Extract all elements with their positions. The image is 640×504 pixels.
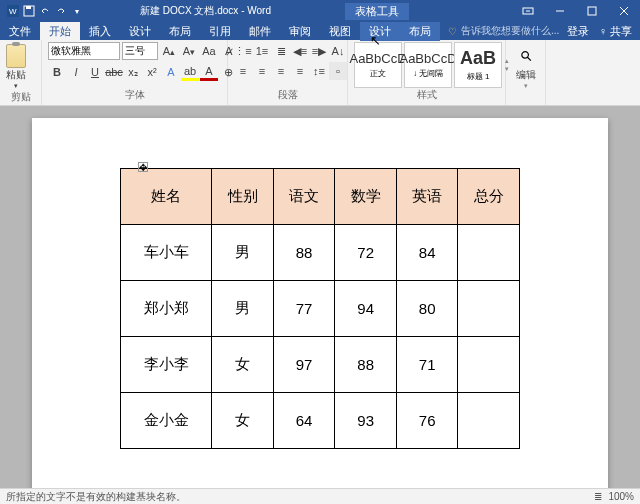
undo-icon[interactable] xyxy=(38,4,52,18)
table-header[interactable]: 数学 xyxy=(335,169,397,225)
text-effects-icon[interactable]: A xyxy=(162,63,180,81)
title-bar: W ▾ 新建 DOCX 文档.docx - Word 表格工具 xyxy=(0,0,640,22)
table-cell[interactable] xyxy=(458,281,520,337)
table-cell[interactable]: 88 xyxy=(335,337,397,393)
style-no-spacing[interactable]: AaBbCcD ↓ 无间隔 xyxy=(404,42,452,88)
bold-button[interactable]: B xyxy=(48,63,66,81)
find-icon[interactable]: ⚲ xyxy=(516,47,534,65)
tab-mailings[interactable]: 邮件 xyxy=(240,22,280,41)
zoom-level[interactable]: 100% xyxy=(608,491,634,502)
table-row[interactable]: 金小金女649376 xyxy=(121,393,520,449)
table-header-row: 姓名 性别 语文 数学 英语 总分 xyxy=(121,169,520,225)
table-header[interactable]: 姓名 xyxy=(121,169,212,225)
table-cell[interactable]: 97 xyxy=(273,337,335,393)
table-cell[interactable] xyxy=(458,393,520,449)
tab-home[interactable]: 开始 xyxy=(40,22,80,41)
status-message: 所指定的文字不是有效的构建基块名称。 xyxy=(6,490,186,504)
align-left-icon[interactable]: ≡ xyxy=(234,62,252,80)
decrease-font-icon[interactable]: A▾ xyxy=(180,42,198,60)
bulb-icon: ♡ xyxy=(448,26,457,37)
chevron-down-icon: ▾ xyxy=(14,82,18,90)
table-cell[interactable]: 女 xyxy=(212,393,274,449)
tab-review[interactable]: 审阅 xyxy=(280,22,320,41)
window-controls xyxy=(512,0,640,22)
style-heading1[interactable]: AaB 标题 1 xyxy=(454,42,502,88)
table-cell[interactable]: 77 xyxy=(273,281,335,337)
table-cell[interactable]: 金小金 xyxy=(121,393,212,449)
table-cell[interactable] xyxy=(458,225,520,281)
font-name-select[interactable] xyxy=(48,42,120,60)
numbering-icon[interactable]: 1≡ xyxy=(253,42,271,60)
table-cell[interactable]: 李小李 xyxy=(121,337,212,393)
table-header[interactable]: 语文 xyxy=(273,169,335,225)
maximize-icon[interactable] xyxy=(576,0,608,22)
indent-left-icon[interactable]: ◀≡ xyxy=(291,42,309,60)
table-cell[interactable]: 93 xyxy=(335,393,397,449)
table-cell[interactable]: 72 xyxy=(335,225,397,281)
table-tools-tab-label: 表格工具 xyxy=(345,3,409,20)
redo-icon[interactable] xyxy=(54,4,68,18)
bullets-icon[interactable]: ⋮≡ xyxy=(234,42,252,60)
tab-view[interactable]: 视图 xyxy=(320,22,360,41)
multilevel-icon[interactable]: ≣ xyxy=(272,42,290,60)
italic-button[interactable]: I xyxy=(67,63,85,81)
table-cell[interactable]: 84 xyxy=(396,225,458,281)
tab-layout[interactable]: 布局 xyxy=(160,22,200,41)
table-row[interactable]: 李小李女978871 xyxy=(121,337,520,393)
table-cell[interactable] xyxy=(458,337,520,393)
sort-icon[interactable]: A↓ xyxy=(329,42,347,60)
share-button[interactable]: ♀ 共享 xyxy=(599,24,632,39)
table-cell[interactable]: 88 xyxy=(273,225,335,281)
indent-right-icon[interactable]: ≡▶ xyxy=(310,42,328,60)
tab-design[interactable]: 设计 xyxy=(120,22,160,41)
subscript-button[interactable]: x₂ xyxy=(124,63,142,81)
tab-table-design[interactable]: 设计 xyxy=(360,22,400,41)
paste-button[interactable]: 粘贴 ▾ xyxy=(6,42,26,90)
align-center-icon[interactable]: ≡ xyxy=(253,62,271,80)
view-icon[interactable]: ≣ xyxy=(594,491,602,502)
close-icon[interactable] xyxy=(608,0,640,22)
table-cell[interactable]: 71 xyxy=(396,337,458,393)
table-header[interactable]: 总分 xyxy=(458,169,520,225)
shading-icon[interactable]: ▫ xyxy=(329,62,347,80)
table-header[interactable]: 英语 xyxy=(396,169,458,225)
table-row[interactable]: 郑小郑男779480 xyxy=(121,281,520,337)
group-styles: AaBbCcD 正文 AaBbCcD ↓ 无间隔 AaB 标题 1 ▴▾ 样式 xyxy=(348,40,506,105)
font-color-icon[interactable]: A xyxy=(200,63,218,81)
justify-icon[interactable]: ≡ xyxy=(291,62,309,80)
line-spacing-icon[interactable]: ↕≡ xyxy=(310,62,328,80)
tab-insert[interactable]: 插入 xyxy=(80,22,120,41)
table-cell[interactable]: 76 xyxy=(396,393,458,449)
table-header[interactable]: 性别 xyxy=(212,169,274,225)
strike-button[interactable]: abc xyxy=(105,63,123,81)
table-cell[interactable]: 80 xyxy=(396,281,458,337)
table-row[interactable]: 车小车男887284 xyxy=(121,225,520,281)
style-normal[interactable]: AaBbCcD 正文 xyxy=(354,42,402,88)
align-right-icon[interactable]: ≡ xyxy=(272,62,290,80)
document-area[interactable]: ✥ 姓名 性别 语文 数学 英语 总分 车小车男887284郑小郑男779480… xyxy=(0,106,640,488)
save-icon[interactable] xyxy=(22,4,36,18)
tell-me-search[interactable]: ♡告诉我您想要做什么... xyxy=(448,24,559,38)
superscript-button[interactable]: x² xyxy=(143,63,161,81)
minimize-icon[interactable] xyxy=(544,0,576,22)
table-anchor-icon[interactable]: ✥ xyxy=(138,162,148,172)
table-cell[interactable]: 郑小郑 xyxy=(121,281,212,337)
login-link[interactable]: 登录 xyxy=(567,24,589,39)
table-cell[interactable]: 94 xyxy=(335,281,397,337)
font-size-select[interactable] xyxy=(122,42,158,60)
table-cell[interactable]: 男 xyxy=(212,225,274,281)
table-cell[interactable]: 64 xyxy=(273,393,335,449)
increase-font-icon[interactable]: A▴ xyxy=(160,42,178,60)
tab-file[interactable]: 文件 xyxy=(0,22,40,41)
highlight-icon[interactable]: ab xyxy=(181,63,199,81)
table-cell[interactable]: 男 xyxy=(212,281,274,337)
table-cell[interactable]: 女 xyxy=(212,337,274,393)
change-case-icon[interactable]: Aa xyxy=(200,42,218,60)
tab-references[interactable]: 引用 xyxy=(200,22,240,41)
qat-dropdown-icon[interactable]: ▾ xyxy=(70,4,84,18)
ribbon-options-icon[interactable] xyxy=(512,0,544,22)
underline-button[interactable]: U xyxy=(86,63,104,81)
table-cell[interactable]: 车小车 xyxy=(121,225,212,281)
data-table[interactable]: 姓名 性别 语文 数学 英语 总分 车小车男887284郑小郑男779480李小… xyxy=(120,168,520,449)
tab-table-layout[interactable]: 布局 xyxy=(400,22,440,41)
